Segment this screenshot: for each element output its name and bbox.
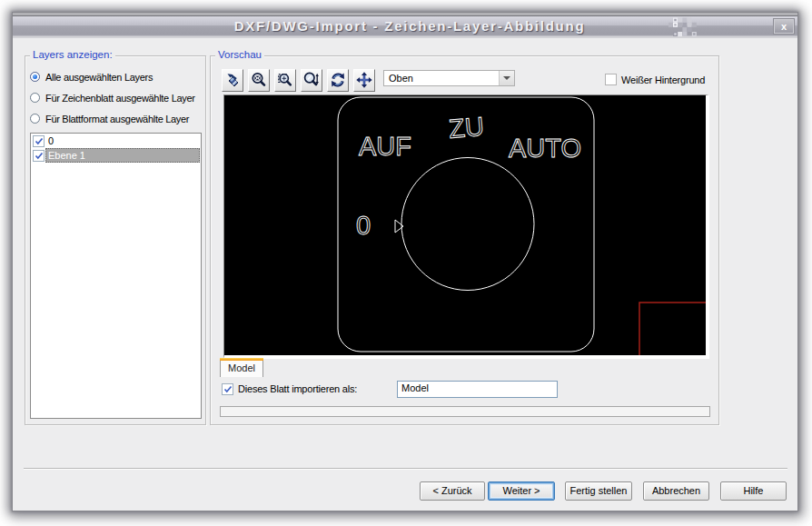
svg-text:AUTO: AUTO <box>509 134 581 163</box>
svg-text:0: 0 <box>356 211 371 240</box>
svg-text:AUF: AUF <box>359 132 411 161</box>
svg-text:ZU: ZU <box>448 112 485 144</box>
